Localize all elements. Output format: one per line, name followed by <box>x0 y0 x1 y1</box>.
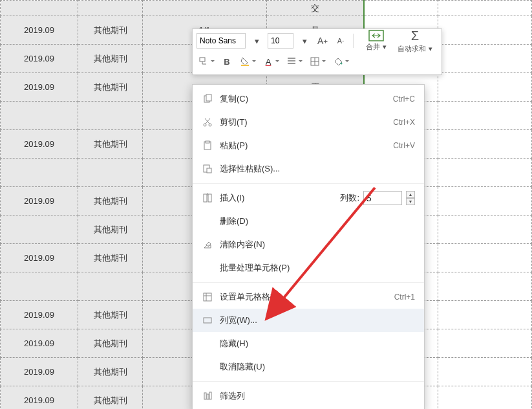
cell[interactable] <box>78 159 143 187</box>
cell[interactable] <box>438 329 532 358</box>
ctx-column-width[interactable]: 列宽(W)... <box>193 309 424 332</box>
cell[interactable] <box>438 216 532 244</box>
font-size-input[interactable] <box>268 33 293 49</box>
cell[interactable]: 2019.09 <box>1 358 78 386</box>
ctx-label: 粘贴(P) <box>216 140 393 151</box>
align-icon[interactable] <box>284 54 299 69</box>
cell[interactable] <box>438 187 532 216</box>
svg-point-4 <box>341 63 343 65</box>
ctx-label: 复制(C) <box>216 93 393 105</box>
svg-point-8 <box>209 124 211 126</box>
cell[interactable]: 2019.09 <box>1 16 78 45</box>
ctx-label: 隐藏(H) <box>216 338 415 349</box>
autosum-group[interactable]: Σ 自动求和 ▾ <box>398 28 432 54</box>
ctx-label: 列宽(W)... <box>216 315 415 326</box>
cell[interactable]: 其他期刊 <box>78 386 143 410</box>
decrease-font-icon[interactable]: A- <box>334 34 348 48</box>
ctx-unhide[interactable]: 取消隐藏(U) <box>193 355 424 379</box>
bold-icon[interactable]: B <box>220 54 234 69</box>
cell[interactable]: 2019.09 <box>1 187 78 216</box>
cell[interactable] <box>438 73 532 102</box>
cell[interactable] <box>1 272 78 301</box>
cell[interactable] <box>78 272 143 301</box>
ctx-cut[interactable]: 剪切(T) Ctrl+X <box>193 111 424 134</box>
cell[interactable] <box>438 45 532 73</box>
ctx-copy[interactable]: 复制(C) Ctrl+C <box>193 87 424 111</box>
cell[interactable] <box>438 386 532 410</box>
ctx-hide[interactable]: 隐藏(H) <box>193 332 424 355</box>
cell[interactable]: 其他期刊 <box>78 244 143 272</box>
cell[interactable] <box>438 244 532 272</box>
svg-rect-13 <box>204 194 207 202</box>
cell[interactable]: 其他期刊 <box>78 301 143 329</box>
cell[interactable] <box>78 102 143 130</box>
ctx-shortcut: Ctrl+C <box>393 94 415 104</box>
cell[interactable]: 其他期刊 <box>78 45 143 73</box>
cell[interactable]: 2019.09 <box>1 329 78 358</box>
svg-rect-17 <box>204 393 206 399</box>
insert-icon <box>199 193 216 203</box>
font-size-dropdown-icon[interactable]: ▾ <box>297 34 312 48</box>
clear-icon <box>199 239 216 250</box>
ctx-label: 插入(I) <box>216 192 340 204</box>
svg-rect-19 <box>209 392 211 399</box>
cell[interactable]: 其他期刊 <box>78 329 143 358</box>
cell[interactable] <box>364 1 438 16</box>
svg-point-7 <box>204 124 206 126</box>
cell[interactable] <box>438 159 532 187</box>
cell[interactable] <box>143 1 267 16</box>
ctx-insert[interactable]: 插入(I) 列数: ▲▼ <box>193 186 424 210</box>
ctx-paste[interactable]: 粘贴(P) Ctrl+V <box>193 134 424 157</box>
font-name-input[interactable] <box>197 33 246 49</box>
border-icon[interactable] <box>308 54 322 69</box>
cell[interactable] <box>1 159 78 187</box>
merge-group[interactable]: 合并 ▾ <box>359 30 394 52</box>
insert-cols-label: 列数: <box>340 192 359 204</box>
cell[interactable] <box>438 102 532 130</box>
cell[interactable]: 其他期刊 <box>78 130 143 159</box>
svg-rect-12 <box>207 168 211 173</box>
cell[interactable] <box>438 1 532 16</box>
ctx-label: 取消隐藏(U) <box>216 361 415 373</box>
paint-bucket-icon[interactable] <box>331 54 345 69</box>
ctx-label: 删除(D) <box>216 216 415 227</box>
cut-icon <box>199 117 216 127</box>
cell[interactable] <box>78 1 143 16</box>
cell[interactable] <box>1 1 78 16</box>
cell[interactable] <box>1 102 78 130</box>
insert-cols-input[interactable] <box>363 191 402 205</box>
cell[interactable] <box>438 301 532 329</box>
cell[interactable]: 2019.09 <box>1 301 78 329</box>
cell[interactable]: 其他期刊 <box>78 358 143 386</box>
cell[interactable] <box>438 16 532 45</box>
cell[interactable]: 其他期刊 <box>78 216 143 244</box>
cell[interactable] <box>438 272 532 301</box>
svg-rect-1 <box>200 58 205 61</box>
cell[interactable]: 2019.09 <box>1 244 78 272</box>
ctx-delete[interactable]: 删除(D) <box>193 210 424 233</box>
svg-rect-15 <box>204 293 211 301</box>
cell[interactable]: 2019.09 <box>1 386 78 410</box>
font-color-icon[interactable]: A <box>261 54 275 69</box>
format-painter-icon[interactable] <box>197 54 211 69</box>
cell[interactable]: 交 <box>267 1 364 16</box>
ctx-clear[interactable]: 清除内容(N) <box>193 233 424 256</box>
cell[interactable]: 2019.09 <box>1 130 78 159</box>
cell[interactable]: 2019.09 <box>1 73 78 102</box>
ctx-paste-special[interactable]: 选择性粘贴(S)... <box>193 157 424 181</box>
insert-cols-spinner[interactable]: ▲▼ <box>406 191 415 205</box>
cell[interactable] <box>438 130 532 159</box>
cell[interactable] <box>1 216 78 244</box>
cell[interactable] <box>438 358 532 386</box>
ctx-format-cells[interactable]: 设置单元格格式... Ctrl+1 <box>193 285 424 309</box>
cell[interactable]: 其他期刊 <box>78 187 143 216</box>
cell[interactable]: 2019.09 <box>1 45 78 73</box>
cell[interactable]: 其他期刊 <box>78 73 143 102</box>
font-name-dropdown-icon[interactable]: ▾ <box>250 34 264 48</box>
ctx-batch[interactable]: 批量处理单元格(P) <box>193 256 424 280</box>
ctx-filter-column[interactable]: 筛选列 <box>193 384 424 408</box>
fill-color-icon[interactable] <box>238 54 252 69</box>
increase-font-icon[interactable]: A+ <box>315 34 330 48</box>
cell[interactable]: 其他期刊 <box>78 16 143 45</box>
svg-rect-14 <box>208 194 211 202</box>
